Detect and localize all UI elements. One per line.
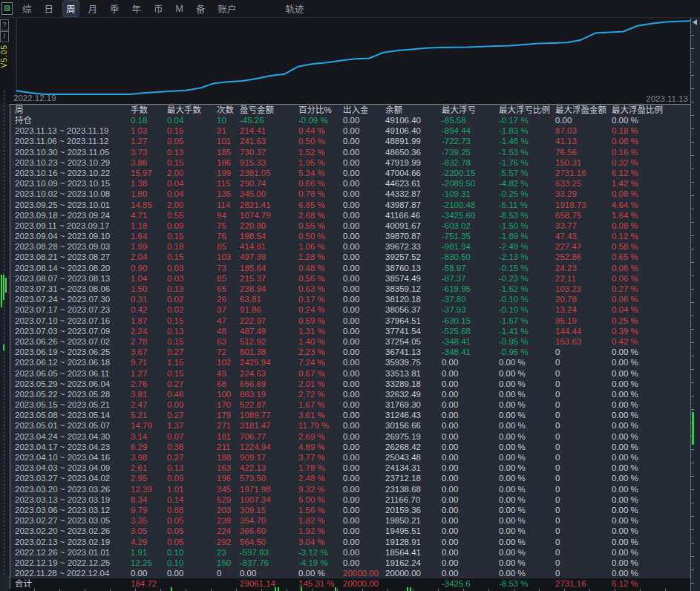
table-row[interactable]: 2023.02.27 ~ 2023.03.053.350.05239354.70…: [10, 515, 690, 526]
cell: 0.00: [343, 558, 385, 568]
menu-item-7[interactable]: M: [173, 3, 186, 15]
table-row[interactable]: 2023.06.26 ~ 2023.07.022.780.1563512.921…: [10, 336, 690, 347]
cell: -981.94: [442, 241, 499, 252]
table-row[interactable]: 2023.07.10 ~ 2023.07.161.870.1547222.970…: [10, 316, 690, 326]
axis-green-tick: [407, 587, 408, 591]
table-row[interactable]: 2023.02.20 ~ 2023.02.263.050.05224366.60…: [10, 526, 690, 536]
table-row[interactable]: 2023.02.13 ~ 2023.02.194.290.05292564.50…: [10, 537, 690, 547]
cell: -739.25: [442, 147, 499, 157]
column-header-6: 出入金: [343, 105, 385, 115]
cell: 31769.30: [385, 399, 442, 410]
cell: 1.27: [131, 136, 167, 146]
holding-row[interactable]: 持仓0.180.0410-45.26-0.09 %0.0049106.40-85…: [10, 115, 690, 125]
table-row[interactable]: 2023.07.03 ~ 2023.07.092.240.1348487.491…: [10, 326, 690, 336]
menu-item-10[interactable]: 轨迹: [283, 1, 307, 16]
table-row[interactable]: 2023.08.07 ~ 2023.08.131.040.0385215.370…: [10, 273, 690, 284]
cell: 0.00 %: [499, 515, 555, 526]
cell: -4.19 %: [298, 558, 343, 568]
table-row[interactable]: 2023.06.12 ~ 2023.06.189.711.151022425.9…: [10, 357, 690, 368]
equity-curve-chart[interactable]: 2022.12.19 2023.11.13: [0, 18, 700, 104]
table-row[interactable]: 2023.11.13 ~ 2023.11.191.030.1531214.410…: [10, 125, 690, 136]
table-row[interactable]: 2023.10.09 ~ 2023.10.151.380.04115290.74…: [10, 178, 690, 189]
menu-item-3[interactable]: 月: [85, 1, 101, 16]
cell: 1.67 %: [298, 399, 343, 410]
right-scrollbar[interactable]: [690, 18, 700, 591]
table-row[interactable]: 2023.11.06 ~ 2023.11.121.270.05101241.63…: [10, 136, 690, 146]
table-row[interactable]: 2023.09.04 ~ 2023.09.101.640.1576198.540…: [10, 231, 690, 241]
table-row[interactable]: 2023.05.29 ~ 2023.06.042.760.2768656.692…: [10, 379, 690, 389]
menu-item-1[interactable]: 日: [42, 1, 57, 16]
table-row[interactable]: 2023.04.10 ~ 2023.04.163.980.27188909.17…: [10, 452, 690, 463]
cell: 0.00 %: [612, 399, 690, 410]
table-row[interactable]: 2023.08.28 ~ 2023.09.031.990.1885414.811…: [10, 241, 690, 252]
cell: -1.48 %: [499, 136, 555, 146]
cell: 0.00: [343, 452, 385, 463]
menu-item-0[interactable]: 综: [19, 1, 35, 16]
balance-curve-line: [16, 21, 694, 94]
table-row[interactable]: 2023.10.16 ~ 2023.10.2215.972.001992381.…: [10, 168, 690, 178]
cell: 801.38: [240, 347, 298, 357]
cell: 11.79 %: [298, 420, 343, 431]
table-row[interactable]: 2023.08.14 ~ 2023.08.200.900.0373185.640…: [10, 263, 690, 273]
draw-line-icon[interactable]: /: [0, 31, 9, 42]
table-row[interactable]: 2022.11.28 ~ 2022.12.040.000.0000.000.00…: [10, 568, 690, 578]
table-row[interactable]: 2023.05.01 ~ 2023.05.0714.791.372713181.…: [10, 420, 690, 431]
menu-item-5[interactable]: 年: [129, 1, 145, 16]
menu-item-8[interactable]: 备: [193, 1, 209, 16]
cell: 1.64 %: [612, 210, 690, 221]
table-row[interactable]: 2023.08.21 ~ 2023.08.272.040.15103497.39…: [10, 252, 690, 262]
cell: 15.97: [131, 168, 167, 178]
menu-item-6[interactable]: 币: [151, 1, 166, 16]
cell: -603.02: [442, 221, 499, 231]
table-row[interactable]: 2022.12.26 ~ 2023.01.011.910.1023-597.83…: [10, 547, 690, 558]
cell: 487.49: [240, 326, 298, 336]
table-row[interactable]: 2023.07.24 ~ 2023.07.300.310.022663.810.…: [10, 294, 690, 304]
cell: 0.03: [167, 273, 217, 284]
cell: 0.00 %: [612, 420, 690, 431]
cell: 0.10: [167, 547, 217, 558]
table-row[interactable]: 2023.03.20 ~ 2023.03.2612.391.013451971.…: [10, 484, 690, 494]
table-row[interactable]: 2023.10.30 ~ 2023.11.053.730.13185730.37…: [10, 147, 690, 157]
table-row[interactable]: 2022.12.19 ~ 2022.12.2512.250.10150-837.…: [10, 558, 690, 568]
table-row[interactable]: 2023.07.31 ~ 2023.08.061.500.1365238.940…: [10, 284, 690, 294]
menu-item-4[interactable]: 季: [107, 1, 122, 16]
table-row[interactable]: 2023.10.02 ~ 2023.10.081.800.04135345.00…: [10, 189, 690, 199]
cell: -4.82 %: [499, 178, 555, 189]
cell: 44623.61: [385, 178, 442, 189]
table-row[interactable]: 2023.10.23 ~ 2023.10.293.860.15186915.33…: [10, 157, 690, 168]
cell: 2381.05: [240, 168, 298, 178]
cell: 0.00: [343, 304, 385, 315]
table-row[interactable]: 2023.03.06 ~ 2023.03.129.790.88203309.15…: [10, 505, 690, 515]
cell: 214.41: [240, 125, 298, 136]
cell: 103.23: [555, 284, 612, 294]
cell: -2.49 %: [499, 241, 555, 252]
cell: 3.86: [131, 157, 167, 168]
table-row[interactable]: 2023.07.17 ~ 2023.07.230.420.023791.860.…: [10, 304, 690, 315]
table-row[interactable]: 2023.04.03 ~ 2023.04.092.610.13163422.13…: [10, 463, 690, 473]
table-row[interactable]: 2023.05.15 ~ 2023.05.212.470.09170522.87…: [10, 399, 690, 410]
table-row[interactable]: 2023.05.22 ~ 2023.05.283.810.46100863.19…: [10, 389, 690, 399]
cell: 0.09: [167, 221, 217, 231]
table-row[interactable]: 2023.09.18 ~ 2023.09.244.710.55941074.79…: [10, 210, 690, 221]
cell: 32632.49: [385, 389, 442, 399]
cell: -2.13 %: [499, 252, 555, 262]
cell: 1.82 %: [298, 515, 343, 526]
cell: 2023.10.30 ~ 2023.11.05: [10, 147, 131, 157]
cell: 292: [217, 537, 240, 547]
cell: 2.72 %: [298, 389, 343, 399]
table-row[interactable]: 2023.03.13 ~ 2023.03.198.340.145291007.3…: [10, 494, 690, 505]
cell: 0.00: [442, 368, 499, 379]
cell: 33513.81: [385, 368, 442, 379]
table-row[interactable]: 2023.06.19 ~ 2023.06.253.670.2772801.382…: [10, 347, 690, 357]
table-row[interactable]: 2023.06.05 ~ 2023.06.111.270.1549224.630…: [10, 368, 690, 379]
menu-item-9[interactable]: 账户: [215, 1, 240, 16]
table-row[interactable]: 2023.09.25 ~ 2023.10.0114.852.001142821.…: [10, 200, 690, 210]
table-row[interactable]: 2023.04.17 ~ 2023.04.236.290.382111224.9…: [10, 442, 690, 452]
menu-item-2[interactable]: 周: [63, 1, 79, 16]
table-row[interactable]: 2023.05.08 ~ 2023.05.145.210.271791089.7…: [10, 410, 690, 420]
table-row[interactable]: 2023.03.27 ~ 2023.04.022.950.09196573.50…: [10, 473, 690, 483]
help-icon[interactable]: ?: [0, 19, 9, 30]
app-icon[interactable]: ▨: [1, 2, 13, 15]
table-row[interactable]: 2023.04.24 ~ 2023.04.303.140.07181706.77…: [10, 431, 690, 442]
table-row[interactable]: 2023.09.11 ~ 2023.09.171.180.0975220.800…: [10, 221, 690, 231]
